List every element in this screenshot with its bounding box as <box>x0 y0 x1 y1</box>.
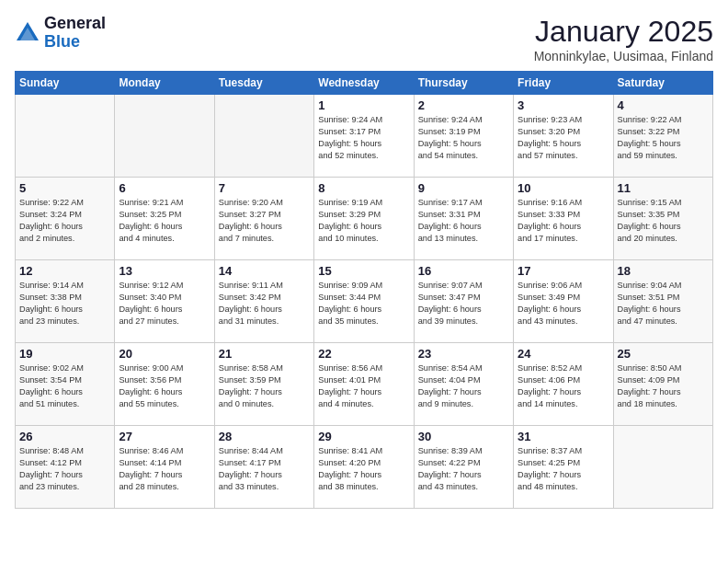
calendar-day-cell: 10Sunrise: 9:16 AM Sunset: 3:33 PM Dayli… <box>514 178 613 260</box>
day-info: Sunrise: 9:24 AM Sunset: 3:19 PM Dayligh… <box>418 114 509 162</box>
day-number: 19 <box>19 347 110 361</box>
day-number: 9 <box>418 181 509 195</box>
day-of-week-header: Wednesday <box>314 72 414 95</box>
day-info: Sunrise: 9:21 AM Sunset: 3:25 PM Dayligh… <box>119 197 210 245</box>
day-info: Sunrise: 8:58 AM Sunset: 3:59 PM Dayligh… <box>219 362 310 410</box>
day-info: Sunrise: 8:41 AM Sunset: 4:20 PM Dayligh… <box>318 445 409 493</box>
calendar-day-cell <box>16 95 115 178</box>
day-number: 17 <box>518 264 609 278</box>
calendar-week-row: 5Sunrise: 9:22 AM Sunset: 3:24 PM Daylig… <box>16 178 713 260</box>
calendar-header-row: SundayMondayTuesdayWednesdayThursdayFrid… <box>16 72 713 95</box>
day-number: 29 <box>318 430 409 443</box>
calendar-day-cell: 1Sunrise: 9:24 AM Sunset: 3:17 PM Daylig… <box>314 95 414 178</box>
day-number: 16 <box>418 264 509 278</box>
calendar-day-cell <box>115 95 214 178</box>
day-number: 8 <box>318 181 409 195</box>
day-number: 2 <box>418 98 509 112</box>
day-of-week-header: Sunday <box>16 72 115 95</box>
logo-icon <box>15 20 40 46</box>
day-info: Sunrise: 9:09 AM Sunset: 3:44 PM Dayligh… <box>318 280 409 327</box>
calendar-week-row: 26Sunrise: 8:48 AM Sunset: 4:12 PM Dayli… <box>16 426 713 509</box>
calendar-day-cell: 2Sunrise: 9:24 AM Sunset: 3:19 PM Daylig… <box>414 95 513 178</box>
day-number: 3 <box>518 98 609 112</box>
day-info: Sunrise: 9:22 AM Sunset: 3:24 PM Dayligh… <box>19 197 110 245</box>
calendar-day-cell: 17Sunrise: 9:06 AM Sunset: 3:49 PM Dayli… <box>514 260 613 343</box>
calendar-day-cell <box>214 95 313 178</box>
day-number: 11 <box>618 181 709 195</box>
calendar-day-cell: 28Sunrise: 8:44 AM Sunset: 4:17 PM Dayli… <box>214 426 313 509</box>
day-info: Sunrise: 8:54 AM Sunset: 4:04 PM Dayligh… <box>418 362 509 410</box>
logo: General Blue <box>15 15 106 52</box>
page-header: General Blue January 2025 Monninkylae, U… <box>15 15 713 63</box>
day-number: 10 <box>518 181 609 195</box>
day-number: 27 <box>119 430 210 443</box>
day-number: 15 <box>318 264 409 278</box>
day-of-week-header: Thursday <box>414 72 513 95</box>
title-block: January 2025 Monninkylae, Uusimaa, Finla… <box>534 15 713 63</box>
calendar-day-cell <box>613 426 712 509</box>
day-of-week-header: Saturday <box>613 72 712 95</box>
calendar-day-cell: 26Sunrise: 8:48 AM Sunset: 4:12 PM Dayli… <box>16 426 115 509</box>
day-of-week-header: Friday <box>514 72 613 95</box>
day-of-week-header: Tuesday <box>214 72 313 95</box>
day-number: 25 <box>618 347 709 361</box>
calendar-day-cell: 31Sunrise: 8:37 AM Sunset: 4:25 PM Dayli… <box>514 426 613 509</box>
day-info: Sunrise: 9:20 AM Sunset: 3:27 PM Dayligh… <box>219 197 310 245</box>
calendar-day-cell: 12Sunrise: 9:14 AM Sunset: 3:38 PM Dayli… <box>16 260 115 343</box>
calendar-day-cell: 24Sunrise: 8:52 AM Sunset: 4:06 PM Dayli… <box>514 343 613 426</box>
day-info: Sunrise: 9:00 AM Sunset: 3:56 PM Dayligh… <box>119 362 210 410</box>
day-info: Sunrise: 8:39 AM Sunset: 4:22 PM Dayligh… <box>418 445 509 493</box>
calendar-day-cell: 14Sunrise: 9:11 AM Sunset: 3:42 PM Dayli… <box>214 260 313 343</box>
day-number: 12 <box>19 264 110 278</box>
day-info: Sunrise: 9:16 AM Sunset: 3:33 PM Dayligh… <box>518 197 609 245</box>
day-number: 18 <box>618 264 709 278</box>
month-year: January 2025 <box>534 15 713 49</box>
calendar-day-cell: 13Sunrise: 9:12 AM Sunset: 3:40 PM Dayli… <box>115 260 214 343</box>
calendar-week-row: 19Sunrise: 9:02 AM Sunset: 3:54 PM Dayli… <box>16 343 713 426</box>
calendar-day-cell: 18Sunrise: 9:04 AM Sunset: 3:51 PM Dayli… <box>613 260 712 343</box>
calendar-day-cell: 11Sunrise: 9:15 AM Sunset: 3:35 PM Dayli… <box>613 178 712 260</box>
day-info: Sunrise: 9:22 AM Sunset: 3:22 PM Dayligh… <box>618 114 709 162</box>
day-info: Sunrise: 8:50 AM Sunset: 4:09 PM Dayligh… <box>618 362 709 410</box>
day-number: 13 <box>119 264 210 278</box>
calendar-day-cell: 29Sunrise: 8:41 AM Sunset: 4:20 PM Dayli… <box>314 426 414 509</box>
day-info: Sunrise: 9:23 AM Sunset: 3:20 PM Dayligh… <box>518 114 609 162</box>
day-number: 28 <box>219 430 310 443</box>
day-info: Sunrise: 8:37 AM Sunset: 4:25 PM Dayligh… <box>518 445 609 493</box>
day-info: Sunrise: 9:04 AM Sunset: 3:51 PM Dayligh… <box>618 280 709 327</box>
calendar-day-cell: 6Sunrise: 9:21 AM Sunset: 3:25 PM Daylig… <box>115 178 214 260</box>
day-info: Sunrise: 9:15 AM Sunset: 3:35 PM Dayligh… <box>618 197 709 245</box>
day-number: 30 <box>418 430 509 443</box>
location: Monninkylae, Uusimaa, Finland <box>534 49 713 63</box>
calendar-day-cell: 4Sunrise: 9:22 AM Sunset: 3:22 PM Daylig… <box>613 95 712 178</box>
day-info: Sunrise: 9:11 AM Sunset: 3:42 PM Dayligh… <box>219 280 310 327</box>
day-number: 23 <box>418 347 509 361</box>
calendar-day-cell: 7Sunrise: 9:20 AM Sunset: 3:27 PM Daylig… <box>214 178 313 260</box>
calendar-table: SundayMondayTuesdayWednesdayThursdayFrid… <box>15 71 713 509</box>
calendar-week-row: 12Sunrise: 9:14 AM Sunset: 3:38 PM Dayli… <box>16 260 713 343</box>
day-of-week-header: Monday <box>115 72 214 95</box>
day-number: 7 <box>219 181 310 195</box>
calendar-day-cell: 9Sunrise: 9:17 AM Sunset: 3:31 PM Daylig… <box>414 178 513 260</box>
calendar-day-cell: 21Sunrise: 8:58 AM Sunset: 3:59 PM Dayli… <box>214 343 313 426</box>
day-info: Sunrise: 9:14 AM Sunset: 3:38 PM Dayligh… <box>19 280 110 327</box>
day-info: Sunrise: 8:56 AM Sunset: 4:01 PM Dayligh… <box>318 362 409 410</box>
day-number: 1 <box>318 98 409 112</box>
day-info: Sunrise: 8:44 AM Sunset: 4:17 PM Dayligh… <box>219 445 310 493</box>
calendar-day-cell: 5Sunrise: 9:22 AM Sunset: 3:24 PM Daylig… <box>16 178 115 260</box>
day-info: Sunrise: 8:52 AM Sunset: 4:06 PM Dayligh… <box>518 362 609 410</box>
day-info: Sunrise: 9:19 AM Sunset: 3:29 PM Dayligh… <box>318 197 409 245</box>
calendar-day-cell: 22Sunrise: 8:56 AM Sunset: 4:01 PM Dayli… <box>314 343 414 426</box>
day-number: 24 <box>518 347 609 361</box>
day-number: 5 <box>19 181 110 195</box>
day-number: 22 <box>318 347 409 361</box>
day-number: 14 <box>219 264 310 278</box>
day-number: 31 <box>518 430 609 443</box>
logo-general: General <box>44 15 106 33</box>
calendar-day-cell: 20Sunrise: 9:00 AM Sunset: 3:56 PM Dayli… <box>115 343 214 426</box>
day-info: Sunrise: 9:24 AM Sunset: 3:17 PM Dayligh… <box>318 114 409 162</box>
calendar-day-cell: 23Sunrise: 8:54 AM Sunset: 4:04 PM Dayli… <box>414 343 513 426</box>
calendar-day-cell: 16Sunrise: 9:07 AM Sunset: 3:47 PM Dayli… <box>414 260 513 343</box>
calendar-day-cell: 8Sunrise: 9:19 AM Sunset: 3:29 PM Daylig… <box>314 178 414 260</box>
calendar-day-cell: 19Sunrise: 9:02 AM Sunset: 3:54 PM Dayli… <box>16 343 115 426</box>
